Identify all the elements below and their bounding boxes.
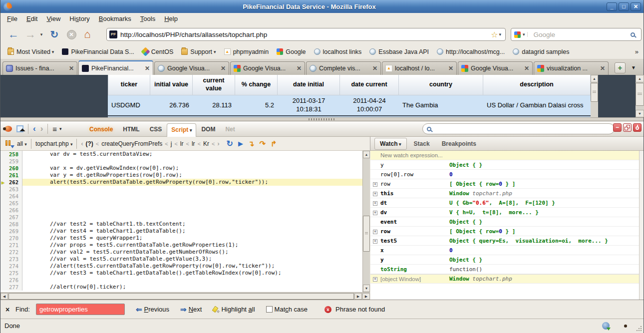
bookmark-item[interactable]: phpmyadmin <box>220 47 273 57</box>
match-case-checkbox[interactable]: Match case <box>266 306 308 313</box>
line-number-gutter[interactable]: 260 <box>0 165 22 172</box>
watch-row[interactable]: eventObject { } <box>370 217 644 227</box>
scroll-up-icon[interactable]: ▲ <box>591 75 598 82</box>
firebug-back-icon[interactable]: ‹ <box>33 124 36 134</box>
scrollbar-thumb[interactable] <box>636 83 644 106</box>
bookmark-dropdown-icon[interactable]: ▾ <box>499 32 501 37</box>
firebug-menu-icon[interactable] <box>4 126 12 132</box>
list-all-tabs-icon[interactable]: ▼ <box>628 62 640 73</box>
menu-bookmarks[interactable]: Bookmarks <box>94 13 136 24</box>
menu-help[interactable]: Help <box>160 13 182 24</box>
line-number-gutter[interactable]: 263 <box>0 186 22 193</box>
resize-grip[interactable] <box>636 325 642 331</box>
watch-row[interactable]: +dvV { h=U, t=[8], more... } <box>370 208 644 217</box>
engine-dropdown-icon[interactable]: ▾ <box>523 32 528 37</box>
expand-plus-icon[interactable]: + <box>373 181 380 187</box>
home-icon[interactable]: ⌂ <box>80 24 94 44</box>
scroll-right-icon[interactable]: ▶ <box>354 293 362 300</box>
script-file-dropdown[interactable]: topchart.php ▾ <box>35 140 73 147</box>
watch-row[interactable]: +dtU { Gb="0.6", A=[8], F=[120] } <box>370 198 644 208</box>
line-number-gutter[interactable]: 276 <box>0 277 22 284</box>
line-number-gutter[interactable]: 277 <box>0 284 22 291</box>
firebug-tab-css[interactable]: CSS <box>145 123 167 136</box>
maximize-button[interactable]: □ <box>619 2 629 11</box>
search-icon[interactable] <box>631 32 635 37</box>
bookmark-item[interactable]: Most Visited▾ <box>3 47 58 57</box>
column-header[interactable]: ticker <box>108 75 150 95</box>
firebug-close-button[interactable] <box>633 123 642 132</box>
new-watch-expression[interactable]: New watch expression... <box>370 151 644 160</box>
tab-close-icon[interactable]: ✕ <box>69 65 74 72</box>
firebug-tab-script[interactable]: Script ▾ <box>167 123 196 137</box>
software-update-icon[interactable] <box>602 322 610 330</box>
line-number-gutter[interactable]: 272 <box>0 249 22 256</box>
scrollbar-thumb[interactable] <box>363 216 370 252</box>
new-tab-button[interactable]: + <box>615 62 626 73</box>
expand-plus-icon[interactable]: + <box>373 209 380 216</box>
expand-plus-icon[interactable]: + <box>373 228 380 235</box>
find-close-icon[interactable]: × <box>5 306 15 314</box>
line-number-gutter[interactable]: 258 <box>0 151 22 158</box>
line-number-gutter[interactable]: 262▶ <box>0 179 22 186</box>
scrollbar-thumb[interactable] <box>591 83 598 102</box>
find-previous-button[interactable]: ⇐Previous <box>136 305 169 314</box>
scroll-down-icon[interactable]: ▼ <box>363 285 370 292</box>
tab-close-icon[interactable]: ✕ <box>372 65 377 72</box>
panel-options-icon[interactable]: ≡ <box>52 125 57 133</box>
history-dropdown-icon[interactable]: ▾ <box>38 24 44 44</box>
firebug-search-box[interactable] <box>422 123 615 134</box>
tab-close-icon[interactable]: ✕ <box>600 65 605 72</box>
watch-tab-watch[interactable]: Watch ▾ <box>374 138 407 150</box>
menu-file[interactable]: File <box>2 13 22 24</box>
bookmark-item[interactable]: Support▾ <box>177 47 220 57</box>
watch-row[interactable]: +test5Object { query=Es, visualization=o… <box>370 236 644 246</box>
search-input[interactable] <box>531 31 631 38</box>
find-input[interactable] <box>36 304 125 315</box>
watch-row[interactable]: +row[ Object { row=0 } ] <box>370 179 644 189</box>
line-number-gutter[interactable]: 259 <box>0 158 22 165</box>
menu-view[interactable]: View <box>42 13 65 24</box>
browser-tab[interactable]: Google Visua...✕ <box>230 61 305 75</box>
panel-options-dropdown-icon[interactable]: ▾ <box>59 126 62 131</box>
menu-tools[interactable]: Tools <box>136 13 160 24</box>
line-number-gutter[interactable]: 275 <box>0 270 22 277</box>
line-number-gutter[interactable]: 274 <box>0 263 22 270</box>
stack-frame[interactable]: (?) <box>85 140 93 147</box>
grid-scrollbar[interactable]: ▲ <box>591 75 598 117</box>
bookmark-item[interactable]: datagrid samples <box>509 47 573 57</box>
page-scrollbar[interactable]: ▲ ▼ <box>636 75 644 117</box>
url-input[interactable] <box>120 31 491 38</box>
bookmark-star-icon[interactable]: ☆ <box>491 30 498 39</box>
scroll-down-icon[interactable]: ▼ <box>636 110 644 117</box>
line-number-gutter[interactable]: 271 <box>0 242 22 249</box>
reload-icon[interactable]: ↻ <box>47 24 61 44</box>
line-number-gutter[interactable]: 267 <box>0 214 22 221</box>
browser-tab[interactable]: localhost / lo...✕ <box>382 61 457 75</box>
expand-plus-icon[interactable]: + <box>373 200 380 206</box>
watch-row[interactable]: yObject { } <box>370 255 644 265</box>
step-out-icon[interactable]: ↱ <box>271 139 277 148</box>
watch-row[interactable]: x0 <box>370 246 644 255</box>
expand-plus-icon[interactable]: + <box>373 276 380 282</box>
tab-close-icon[interactable]: ✕ <box>221 65 226 72</box>
browser-tab[interactable]: Google Visua...✕ <box>458 61 533 75</box>
column-header[interactable]: current value <box>193 75 235 95</box>
column-header[interactable]: description <box>483 75 591 95</box>
scrollbar-thumb[interactable] <box>8 293 354 300</box>
bookmark-item[interactable]: Essbase Java API <box>365 47 433 57</box>
firebug-minimize-button[interactable]: − <box>613 123 622 132</box>
line-number-gutter[interactable]: 269 <box>0 228 22 235</box>
watch-row[interactable]: +row[ Object { row=0 } ] <box>370 227 644 236</box>
bookmark-item[interactable]: http://localhost/mcg... <box>433 47 509 57</box>
browser-tab[interactable]: Issues - fina...✕ <box>2 61 77 75</box>
tab-close-icon[interactable]: ✕ <box>297 65 302 72</box>
bookmark-item[interactable]: CentOS <box>138 47 177 57</box>
menu-history[interactable]: History <box>65 13 94 24</box>
column-header[interactable]: date current <box>340 75 399 95</box>
watch-tab-stack[interactable]: Stack <box>409 138 435 149</box>
stack-frame[interactable]: j <box>171 140 172 147</box>
firebug-tab-dom[interactable]: DOM <box>196 123 220 136</box>
watch-row[interactable]: +[object Window]Window topchart.php <box>370 274 644 284</box>
firebug-splitter[interactable] <box>0 117 644 121</box>
line-number-gutter[interactable]: 270 <box>0 235 22 242</box>
